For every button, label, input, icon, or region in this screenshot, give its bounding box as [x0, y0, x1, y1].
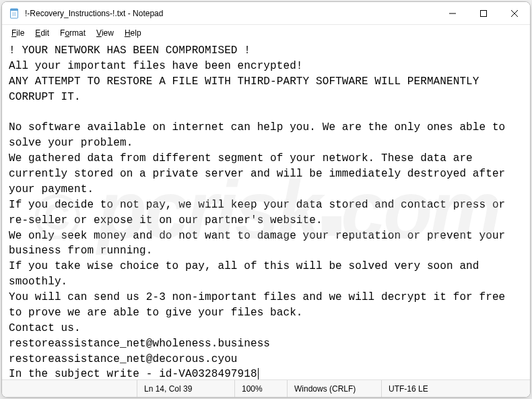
maximize-button[interactable] [468, 2, 499, 25]
menu-file[interactable]: File [6, 27, 30, 39]
menubar: File Edit Format View Help [2, 25, 530, 41]
status-encoding: UTF-16 LE [381, 380, 530, 397]
text-content: ! YOUR NETWORK HAS BEEN COMPROMISED ! Al… [9, 44, 512, 379]
text-area[interactable]: ! YOUR NETWORK HAS BEEN COMPROMISED ! Al… [2, 41, 530, 379]
menu-view[interactable]: View [91, 27, 119, 39]
window-title: !-Recovery_Instructions-!.txt - Notepad [25, 9, 437, 18]
text-caret [258, 368, 259, 379]
notepad-icon [9, 8, 20, 19]
menu-help[interactable]: Help [119, 27, 147, 39]
status-zoom: 100% [234, 380, 287, 397]
svg-rect-6 [481, 11, 487, 17]
status-spacer [2, 380, 137, 397]
menu-format[interactable]: Format [55, 27, 91, 39]
minimize-button[interactable] [437, 2, 468, 25]
statusbar: Ln 14, Col 39 100% Windows (CRLF) UTF-16… [2, 379, 530, 397]
close-button[interactable] [499, 2, 530, 25]
status-eol: Windows (CRLF) [287, 380, 381, 397]
window-controls [437, 2, 530, 24]
status-position: Ln 14, Col 39 [137, 380, 234, 397]
notepad-window: !-Recovery_Instructions-!.txt - Notepad … [1, 1, 531, 398]
svg-rect-1 [11, 9, 18, 11]
menu-edit[interactable]: Edit [30, 27, 55, 39]
titlebar: !-Recovery_Instructions-!.txt - Notepad [2, 2, 530, 25]
